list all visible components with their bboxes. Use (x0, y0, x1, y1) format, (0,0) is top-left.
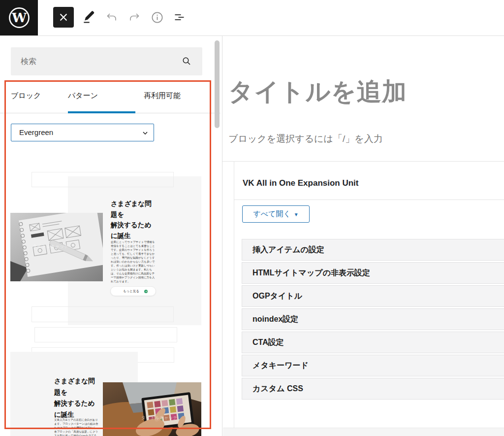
accordion-item-ogp-title[interactable]: OGPタイトル (242, 285, 504, 307)
block-inserter-toggle-button[interactable] (53, 7, 74, 28)
block-appender-text[interactable]: ブロックを選択するには「/」を入力 (228, 133, 383, 145)
open-all-button[interactable]: すべて開く▼ (242, 205, 310, 223)
undo-icon[interactable] (105, 12, 118, 23)
accordion-item-meta-keywords[interactable]: メタキーワード (242, 355, 504, 376)
wordpress-logo-icon: W (8, 6, 31, 29)
accordion-item-custom-css[interactable]: カスタム CSS (242, 378, 504, 400)
sidebar-scrollbar-thumb[interactable] (215, 40, 220, 128)
metabox-title-divider (234, 200, 504, 200)
search-placeholder: 検索 (21, 57, 36, 67)
wordpress-block-editor: W 検索 (0, 0, 504, 436)
search-input[interactable]: 検索 (11, 47, 202, 75)
list-view-icon[interactable] (172, 12, 187, 24)
metabox-title: VK All in One Expansion Unit (243, 178, 359, 188)
editor-canvas: タイトルを追加 ブロックを選択するには「/」を入力 VK All in One … (222, 36, 504, 436)
accordion-item-noindex[interactable]: noindex設定 (242, 308, 504, 330)
wordpress-logo-button[interactable]: W (0, 0, 38, 35)
caret-down-icon: ▼ (294, 212, 299, 217)
close-icon (57, 10, 70, 24)
svg-text:W: W (11, 10, 27, 25)
accordion-item-insert-settings[interactable]: 挿入アイテムの設定 (242, 239, 504, 261)
editor-top-bar: W (0, 0, 504, 36)
metabox-left-border (234, 161, 234, 428)
search-icon (181, 55, 192, 67)
accordion-item-sitemap[interactable]: HTMLサイトマップの非表示設定 (242, 262, 504, 284)
redo-icon[interactable] (128, 12, 141, 23)
annotation-rectangle (4, 80, 211, 429)
canvas-bottom-strip (223, 428, 504, 436)
edit-pencil-icon[interactable] (81, 9, 97, 25)
metabox-top-divider (222, 161, 504, 162)
post-title-input[interactable]: タイトルを追加 (228, 75, 407, 108)
accordion-item-cta[interactable]: CTA設定 (242, 332, 504, 353)
info-icon[interactable] (151, 11, 164, 24)
